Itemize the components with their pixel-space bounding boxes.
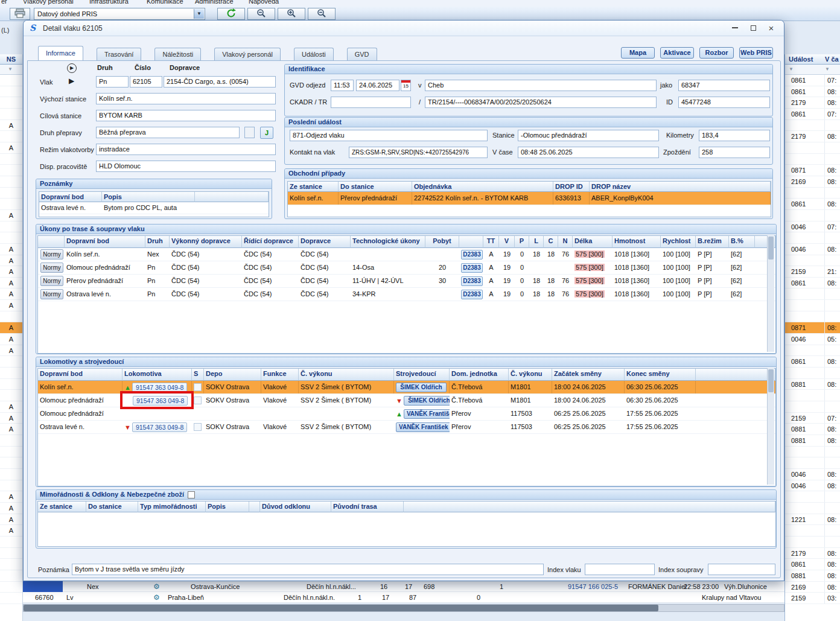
- left-row[interactable]: [0, 570, 22, 582]
- tab-gvd[interactable]: GVD: [347, 48, 377, 60]
- col-header[interactable]: Ze stanice: [38, 502, 86, 512]
- col-header[interactable]: S: [192, 369, 204, 381]
- left-row[interactable]: [0, 75, 22, 86]
- col-header[interactable]: Č. výkonu: [299, 369, 394, 381]
- right-row[interactable]: 215921:: [785, 266, 840, 278]
- col-header[interactable]: Důvod odklonu: [260, 502, 331, 512]
- delay-field[interactable]: 258: [699, 147, 770, 158]
- col-header[interactable]: Depo: [204, 369, 261, 381]
- set-index-field[interactable]: [708, 564, 775, 575]
- left-row[interactable]: [0, 154, 22, 165]
- close-button[interactable]: ×: [762, 22, 780, 34]
- col-header[interactable]: Výkonný dopravce: [170, 236, 242, 248]
- tab-trasovani[interactable]: Trasování: [97, 48, 142, 60]
- s-checkbox[interactable]: [194, 396, 202, 404]
- minimize-button[interactable]: [726, 22, 744, 34]
- left-row[interactable]: A: [0, 503, 22, 514]
- right-row[interactable]: 088108:: [785, 435, 840, 447]
- left-row[interactable]: [0, 109, 22, 120]
- col-header[interactable]: L: [529, 236, 544, 248]
- vertical-scrollbar[interactable]: [767, 235, 774, 352]
- col-header[interactable]: [459, 236, 483, 248]
- station-field[interactable]: -Olomouc přednádraží: [518, 130, 659, 141]
- left-row[interactable]: A: [0, 491, 22, 503]
- col-header[interactable]: Č. výkonu: [509, 369, 552, 381]
- background-table-row[interactable]: Nex ⚙ Ostrava-Kunčice Děčín hl.n.nákl...…: [23, 581, 784, 592]
- left-row[interactable]: A: [0, 244, 22, 255]
- col-header[interactable]: Původní trasa: [331, 502, 404, 512]
- normy-button[interactable]: Normy: [40, 249, 63, 260]
- left-row[interactable]: [0, 537, 22, 548]
- loco-row[interactable]: Olomouc přednádraží ▲VANĚK František Pře…: [38, 407, 775, 421]
- background-table-row[interactable]: 66760 Lv ⚙ Praha-Libeň Děčín hl.n.nákl.n…: [23, 592, 784, 603]
- right-row[interactable]: 088108:: [785, 570, 840, 582]
- scrollbar-thumb[interactable]: [768, 369, 774, 392]
- right-row[interactable]: 088108:: [785, 379, 840, 390]
- right-row[interactable]: 086108:: [785, 356, 840, 368]
- col-header[interactable]: Začátek směny: [552, 369, 625, 381]
- right-row[interactable]: 004608:: [785, 244, 840, 255]
- mapa-button[interactable]: Mapa: [621, 47, 655, 59]
- right-row[interactable]: 087108:: [785, 165, 840, 176]
- right-row[interactable]: 004608:: [785, 469, 840, 480]
- tab-nalezitosti[interactable]: Náležitosti: [154, 48, 201, 60]
- right-row[interactable]: [785, 300, 840, 311]
- left-row[interactable]: [0, 232, 22, 244]
- route-row[interactable]: Normy Přerov přednádraží Pn ČDC (54) ČDC…: [38, 275, 775, 288]
- right-row[interactable]: [785, 525, 840, 537]
- rozbor-button[interactable]: Rozbor: [699, 47, 734, 59]
- tab-udalosti[interactable]: Události: [294, 48, 334, 60]
- left-row[interactable]: [0, 131, 22, 142]
- left-row[interactable]: [0, 188, 22, 199]
- gvd-time-field[interactable]: 11:53: [331, 80, 354, 91]
- right-row[interactable]: 216908:: [785, 582, 840, 593]
- maximize-button[interactable]: [744, 22, 762, 34]
- loco-row[interactable]: Kolín seř.n. ▲91547 363 049-8 SOKV Ostra…: [38, 381, 775, 394]
- left-row[interactable]: [0, 311, 22, 323]
- col-header[interactable]: Dom. jednotka: [450, 369, 509, 381]
- left-row[interactable]: A: [0, 288, 22, 300]
- selected-cell[interactable]: [23, 581, 63, 592]
- transport-type-field[interactable]: Běžná přeprava: [96, 127, 240, 138]
- col-header[interactable]: Dopravní bod: [39, 192, 102, 202]
- menu-item-infrastruktura[interactable]: Infrastruktura: [89, 0, 129, 5]
- left-row[interactable]: [0, 97, 22, 109]
- col-header[interactable]: Technologické úkony: [351, 236, 425, 248]
- col-header[interactable]: [38, 236, 65, 248]
- right-row[interactable]: [785, 447, 840, 458]
- left-row[interactable]: [0, 435, 22, 447]
- left-row[interactable]: A: [0, 514, 22, 526]
- left-row[interactable]: A: [0, 413, 22, 424]
- right-row[interactable]: [785, 255, 840, 267]
- normy-button[interactable]: Normy: [40, 289, 63, 299]
- right-row[interactable]: 086107:: [785, 109, 840, 120]
- ckadr-field[interactable]: [331, 97, 411, 108]
- right-row[interactable]: 217908:: [785, 131, 840, 142]
- vertical-scrollbar[interactable]: [767, 368, 774, 485]
- left-row[interactable]: [0, 356, 22, 368]
- left-row[interactable]: [0, 469, 22, 480]
- col-header[interactable]: Strojvedoucí: [394, 369, 450, 381]
- web-pris-button[interactable]: Web PRIS: [739, 47, 773, 59]
- right-row[interactable]: [785, 188, 840, 199]
- tt-button[interactable]: D2383: [461, 276, 483, 286]
- left-row[interactable]: A: [0, 266, 22, 278]
- col-header[interactable]: Dopravní bod: [65, 236, 145, 248]
- col-header[interactable]: Typ mimořádnosti: [138, 502, 206, 512]
- tt-button[interactable]: D2383: [461, 250, 483, 260]
- left-row[interactable]: A: [0, 424, 22, 435]
- col-header[interactable]: [404, 502, 775, 512]
- left-row[interactable]: A: [0, 345, 22, 357]
- carrier-field[interactable]: 2154-ČD Cargo, a.s. (0054): [164, 76, 276, 88]
- col-header[interactable]: [696, 369, 775, 381]
- left-row[interactable]: [0, 390, 22, 401]
- right-row[interactable]: [785, 503, 840, 514]
- left-row[interactable]: A: [0, 322, 22, 334]
- col-header[interactable]: DROP název: [590, 182, 771, 192]
- note-row[interactable]: Ostrava levé n. Bytom pro CDC PL, auta: [39, 202, 269, 214]
- col-header[interactable]: Rychlost: [661, 236, 696, 248]
- left-row[interactable]: [0, 368, 22, 379]
- col-header[interactable]: [195, 192, 269, 202]
- col-header[interactable]: Lokomotiva: [122, 369, 192, 381]
- gvd-date-field[interactable]: 24.06.2025: [356, 80, 399, 91]
